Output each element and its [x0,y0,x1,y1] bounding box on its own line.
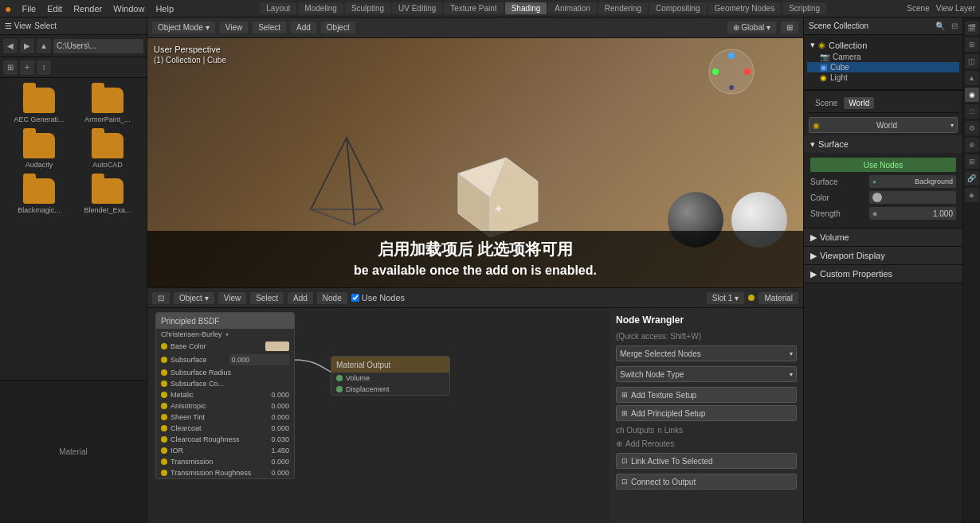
material-dropdown[interactable]: Material [759,292,798,304]
tab-texture-paint[interactable]: Texture Paint [444,2,503,14]
menu-edit[interactable]: Edit [41,2,68,15]
file-item[interactable]: AEC Generati... [6,84,72,127]
scene-icon[interactable]: ▲ [965,71,979,85]
object-icon[interactable]: □ [965,104,979,119]
render-properties-icon[interactable]: 🎬 [965,21,979,35]
file-grid: AEC Generati... ArmorPaint_... Audacity … [0,78,147,380]
tree-item-cube[interactable]: ▣ Cube [807,62,959,72]
node-editor-type[interactable]: ⊡ [152,292,170,304]
folder-icon [23,178,55,204]
metalic-value: 0.000 [257,391,289,399]
tab-animation[interactable]: Animation [548,2,596,14]
scene-collection-title: Scene Collection [809,21,868,30]
vp-select-menu[interactable]: Select [253,21,286,33]
tab-modeling[interactable]: Modeling [298,2,343,14]
use-nodes-btn[interactable]: Use Nodes [810,158,956,172]
global-local-toggle[interactable]: ⊕ Global ▾ [727,21,776,33]
surface-header[interactable]: ▾ Surface [804,135,962,153]
vp-object-menu[interactable]: Object [321,21,355,33]
use-nodes-checkbox[interactable] [351,294,359,302]
surface-field-value[interactable]: ● Background [869,175,956,188]
custom-properties-header[interactable]: ▶ Custom Properties [804,265,962,283]
tree-item-camera[interactable]: 📷 Camera [807,52,959,62]
surface-body: Use Nodes Surface ● Background Color [804,153,962,228]
link-active-btn[interactable]: ⊡ Link Active To Selected [616,453,797,469]
file-item[interactable]: Blackmagic... [6,175,72,217]
menu-window[interactable]: Window [108,2,150,15]
viewport-shading[interactable]: ⊞ [781,21,798,33]
menu-help[interactable]: Help [150,2,179,15]
vp-add-menu[interactable]: Add [291,21,316,33]
link-icon: ⊡ [621,457,628,465]
tab-sculpting[interactable]: Sculpting [345,2,390,14]
object-mode-dropdown[interactable]: Object Mode ▾ [152,21,215,33]
sort-btn[interactable]: ↕ [37,60,51,75]
add-texture-setup-btn[interactable]: ⊞ Add Texture Setup [616,387,797,403]
tab-shading[interactable]: Shading [505,2,547,14]
file-item[interactable]: ArmorPaint_... [75,84,140,127]
strength-value[interactable]: ◆ 1.000 [869,207,956,220]
node-view-menu[interactable]: View [218,292,247,304]
socket [161,470,167,476]
subtitle-english: be available once the add on is enabled. [163,263,787,278]
tab-compositing[interactable]: Compositing [649,2,707,14]
physics-icon[interactable]: ⊞ [965,154,979,169]
tab-geometry-nodes[interactable]: Geometry Nodes [708,2,782,14]
output-icon[interactable]: ⊞ [965,37,979,52]
tab-scripting[interactable]: Scripting [782,2,826,14]
tree-item-light[interactable]: ◉ Light [807,72,959,83]
node-header: Principled BSDF [156,313,294,329]
navigation-gizmo[interactable]: Z X Y [708,48,755,96]
constraints-icon[interactable]: 🔗 [965,171,979,185]
folder-icon [92,178,123,204]
tab-rendering[interactable]: Rendering [598,2,648,14]
file-item[interactable]: AutoCAD [75,130,140,172]
field[interactable]: 0.000 [229,354,290,365]
search-icon[interactable]: 🔍 [935,21,945,30]
batch-outputs-btn[interactable]: ch Outputs [616,426,654,435]
file-item[interactable]: Audacity [6,130,72,172]
merge-selected-dropdown[interactable]: Merge Selected Nodes ▾ [616,345,797,361]
nav-forward[interactable]: ▶ [20,39,34,53]
tab-world[interactable]: World [844,97,874,109]
node-node-menu[interactable]: Node [317,292,347,304]
world-name-dropdown[interactable]: ◉ World ▾ [809,117,958,133]
color-value[interactable] [869,191,956,204]
menu-render[interactable]: Render [68,2,108,15]
vp-view-menu[interactable]: View [220,21,249,33]
add-reroutes-row[interactable]: ⊕ Add Reroutes [616,439,797,448]
svg-point-4 [728,53,735,59]
viewport-display-header[interactable]: ▶ Viewport Display [804,247,962,264]
nav-back[interactable]: ◀ [3,39,18,53]
world-icon[interactable]: ◉ [965,88,979,102]
strength-prop-row: Strength ◆ 1.000 [810,207,956,220]
node-select-menu[interactable]: Select [250,292,284,304]
filter-icon[interactable]: ⊟ [951,21,958,30]
connect-output-btn[interactable]: ⊡ Connect to Output [616,474,797,490]
node-add-menu[interactable]: Add [288,292,313,304]
select-menu[interactable]: Select [34,21,57,30]
3d-viewport[interactable]: User Perspective (1) Collection | Cube Z… [147,38,803,287]
color-swatch[interactable] [265,342,289,351]
tab-scene[interactable]: Scene [810,97,842,109]
menu-file[interactable]: File [16,2,41,15]
link-links-btn[interactable]: n Links [657,426,683,435]
switch-node-dropdown[interactable]: Switch Node Type ▾ [616,366,797,382]
particles-icon[interactable]: ⊕ [965,138,979,152]
tab-uv-editing[interactable]: UV Editing [392,2,442,14]
filter-btn[interactable]: ⊞ [3,60,18,75]
data-icon[interactable]: ◈ [965,188,979,202]
new-btn[interactable]: + [20,60,34,75]
view-layer-icon[interactable]: ◫ [965,54,979,68]
node-graph[interactable]: Principled BSDF Christensen-Burley ▾ Bas… [147,308,610,523]
modifier-icon[interactable]: ⚙ [965,121,979,135]
add-principled-setup-btn[interactable]: ⊞ Add Principled Setup [616,405,797,421]
node-object-dropdown[interactable]: Object ▾ [174,292,214,304]
slot-dropdown[interactable]: Slot 1 ▾ [707,292,745,304]
view-menu[interactable]: ☰ View [5,21,31,30]
nav-up[interactable]: ▲ [37,39,51,53]
tab-layout[interactable]: Layout [260,2,296,14]
output-node-header: Material Output [331,357,449,373]
volume-header[interactable]: ▶ Volume [804,228,962,246]
file-item[interactable]: Blender_Exa... [75,175,140,217]
